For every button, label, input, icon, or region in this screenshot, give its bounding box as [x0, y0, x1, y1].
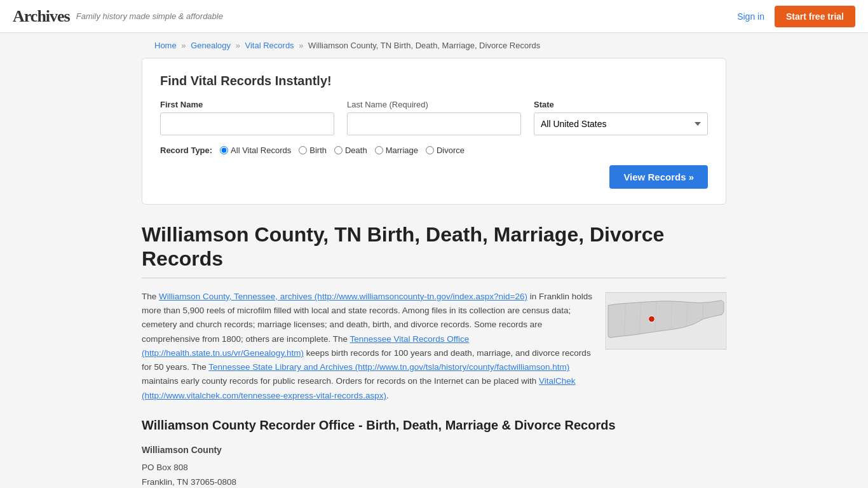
- radio-divorce-input[interactable]: [426, 146, 434, 154]
- office-name: Williamson County: [142, 443, 726, 458]
- body-text-content: The Williamson County, Tennessee, archiv…: [142, 290, 595, 403]
- main-content: Home » Genealogy » Vital Records » Willi…: [129, 33, 739, 488]
- tn-library-link[interactable]: Tennessee State Library and Archives (ht…: [208, 362, 569, 372]
- radio-birth-label: Birth: [309, 146, 327, 155]
- breadcrumb-sep-1: »: [181, 41, 186, 50]
- breadcrumb-sep-3: »: [299, 41, 303, 50]
- site-header: Archives Family history made simple & af…: [0, 0, 868, 33]
- radio-death-label: Death: [345, 146, 367, 155]
- tn-map: [606, 292, 726, 349]
- site-logo: Archives: [13, 7, 70, 26]
- breadcrumb: Home » Genealogy » Vital Records » Willi…: [142, 33, 726, 58]
- body-paragraph: The Williamson County, Tennessee, archiv…: [142, 290, 595, 403]
- radio-divorce-label: Divorce: [437, 146, 465, 155]
- search-box: Find Vital Records Instantly! First Name…: [142, 58, 726, 205]
- tn-map-svg: [606, 292, 726, 349]
- radio-all-vital-input[interactable]: [220, 146, 228, 154]
- tn-vital-records-link[interactable]: Tennessee Vital Records Office (http://h…: [142, 334, 469, 358]
- first-name-group: First Name: [160, 100, 334, 135]
- record-type-label: Record Type:: [160, 146, 212, 155]
- body-text-area: The Williamson County, Tennessee, archiv…: [142, 290, 726, 403]
- radio-all-vital[interactable]: All Vital Records: [220, 146, 291, 155]
- state-select[interactable]: All United StatesAlabamaAlaskaArizonaArk…: [534, 112, 708, 135]
- breadcrumb-home[interactable]: Home: [154, 41, 177, 50]
- record-type-row: Record Type: All Vital Records Birth Dea…: [160, 146, 708, 155]
- sign-in-link[interactable]: Sign in: [737, 11, 764, 22]
- office-address-line2: Franklin, TN 37065-0808: [142, 475, 726, 488]
- radio-marriage-input[interactable]: [375, 146, 383, 154]
- search-fields-row: First Name Last Name (Required) State Al…: [160, 100, 708, 135]
- title-divider: [142, 278, 726, 278]
- view-records-button[interactable]: View Records »: [609, 165, 708, 189]
- first-name-input[interactable]: [160, 112, 334, 135]
- radio-divorce[interactable]: Divorce: [426, 146, 465, 155]
- breadcrumb-sep-2: »: [236, 41, 240, 50]
- header-nav: Sign in Start free trial: [737, 6, 855, 27]
- search-title: Find Vital Records Instantly!: [160, 74, 708, 88]
- radio-marriage[interactable]: Marriage: [375, 146, 418, 155]
- williamson-county-link[interactable]: Williamson County, Tennessee, archives (…: [159, 292, 527, 301]
- site-tagline: Family history made simple & affordable: [76, 11, 223, 21]
- vitalchek-link[interactable]: VitalChek (http://www.vitalchek.com/tenn…: [142, 376, 576, 400]
- breadcrumb-genealogy[interactable]: Genealogy: [191, 41, 231, 50]
- page-title: Williamson County, TN Birth, Death, Marr…: [142, 222, 726, 271]
- radio-birth[interactable]: Birth: [299, 146, 327, 155]
- state-group: State All United StatesAlabamaAlaskaAriz…: [534, 100, 708, 135]
- radio-birth-input[interactable]: [299, 146, 307, 154]
- state-label: State: [534, 100, 708, 109]
- radio-death-input[interactable]: [334, 146, 342, 154]
- office-details: Williamson County PO Box 808 Franklin, T…: [142, 443, 726, 488]
- view-records-row: View Records »: [160, 165, 708, 189]
- radio-death[interactable]: Death: [334, 146, 367, 155]
- start-trial-button[interactable]: Start free trial: [775, 6, 855, 27]
- recorder-section-heading: Williamson County Recorder Office - Birt…: [142, 418, 726, 433]
- radio-marriage-label: Marriage: [386, 146, 418, 155]
- last-name-label: Last Name (Required): [347, 100, 521, 109]
- last-name-group: Last Name (Required): [347, 100, 521, 135]
- svg-point-7: [649, 316, 655, 322]
- first-name-label: First Name: [160, 100, 334, 109]
- breadcrumb-current: Williamson County, TN Birth, Death, Marr…: [308, 41, 540, 50]
- breadcrumb-vital-records[interactable]: Vital Records: [245, 41, 294, 50]
- office-address-line1: PO Box 808: [142, 461, 726, 475]
- last-name-input[interactable]: [347, 112, 521, 135]
- radio-all-vital-label: All Vital Records: [231, 146, 291, 155]
- header-logo-area: Archives Family history made simple & af…: [13, 7, 223, 26]
